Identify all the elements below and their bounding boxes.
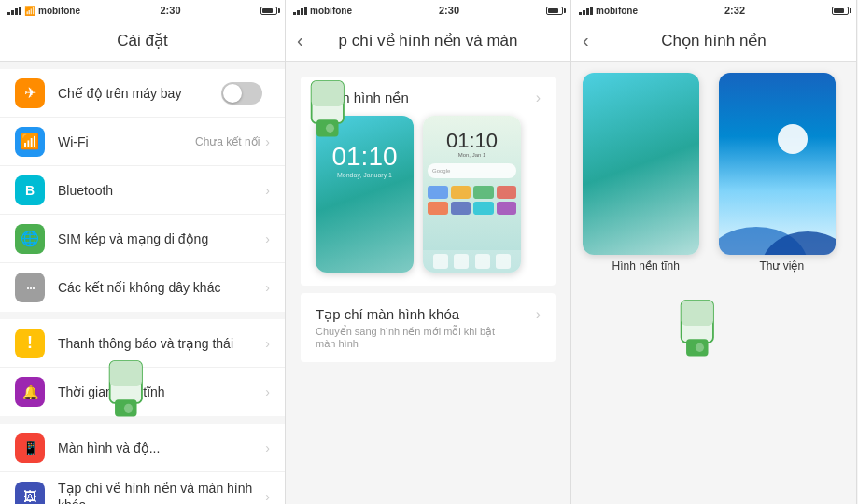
notify-label: Thanh thông báo và trạng thái (58, 336, 233, 351)
nav-header-2: ‹ p chí về hình nền và màn (286, 21, 570, 62)
lockscreen-magazine-title: Tạp chí màn hình khóa (316, 306, 512, 323)
sim-arrow: › (265, 231, 270, 246)
settings-section-display: 📱 Màn hình và độ... › 🖼 Tạp chí về hình … (0, 424, 285, 504)
wallpaper-grid: Hình nền tĩnh Thư viện (571, 62, 856, 284)
sim-label: SIM kép và mạng di động (58, 231, 208, 246)
quiet-arrow: › (265, 385, 270, 399)
panel-wallpaper-magazine: mobifone 2:30 ‹ p chí về hình nền và màn… (286, 0, 571, 504)
bluetooth-icon: B (15, 175, 45, 205)
carrier-name-2: mobifone (310, 6, 352, 16)
sim-icon: 🌐 (15, 224, 45, 254)
wallpaper-arrow: › (265, 489, 270, 504)
carrier-name-3: mobifone (596, 6, 638, 16)
page-title-2: p chí về hình nền và màn (339, 31, 518, 50)
settings-item-wifi[interactable]: 📶 Wi-Fi Chưa kết nối › (0, 118, 285, 166)
svg-rect-12 (686, 339, 708, 356)
status-right-1 (260, 7, 277, 15)
time-1: 2:30 (160, 5, 180, 16)
bluetooth-label: Bluetooth (58, 183, 113, 198)
status-right-2 (546, 7, 563, 15)
lockscreen-magazine-arrow: › (536, 306, 541, 323)
display-arrow: › (265, 441, 270, 455)
status-left-2: mobifone (293, 6, 352, 16)
page-title-1: Cài đặt (117, 31, 167, 50)
signal-icon-3 (579, 7, 593, 15)
other-conn-label: Các kết nối không dây khác (58, 280, 220, 295)
signal-icon-2 (293, 7, 307, 15)
settings-list: ✈ Chế độ trên máy bay 📶 Wi-Fi Chưa kết n… (0, 62, 285, 504)
panel2-content: Chọn hình nền › 01:10 Monday, January 1 … (286, 62, 570, 504)
choose-wallpaper-title: Chọn hình nền (316, 90, 409, 106)
wallpaper-item-library[interactable]: Thư viện (719, 73, 846, 273)
settings-item-wallpaper[interactable]: 🖼 Tạp chí về hình nền và màn hình khóa › (0, 472, 285, 504)
quiet-label: Thời gian Yên tĩnh (58, 385, 165, 399)
lockscreen-magazine-sub: Chuyển sang hình nền mới mỗi khi bật màn… (316, 326, 512, 349)
svg-point-13 (696, 343, 704, 352)
panel-settings: 📶 mobifone 2:30 Cài đặt ✈ Chế độ trên má… (0, 0, 286, 504)
status-bar-3: mobifone 2:32 (571, 0, 856, 21)
wifi-value: Chưa kết nối (195, 135, 260, 148)
settings-item-bluetooth[interactable]: B Bluetooth › (0, 166, 285, 215)
nav-header-1: Cài đặt (0, 21, 285, 62)
notify-icon: ! (15, 329, 45, 358)
wifi-label: Wi-Fi (58, 134, 89, 149)
back-button-2[interactable]: ‹ (297, 30, 303, 51)
settings-item-sim[interactable]: 🌐 SIM kép và mạng di động › (0, 215, 285, 263)
status-right-3 (832, 7, 849, 15)
carrier-name-1: mobifone (38, 6, 80, 16)
wifi-arrow: › (265, 134, 270, 149)
quiet-icon: 🔔 (15, 377, 45, 407)
signal-icon (7, 7, 21, 15)
settings-item-other-connections[interactable]: ··· Các kết nối không dây khác › (0, 263, 285, 312)
status-left-1: 📶 mobifone (7, 6, 80, 16)
wallpaper-label: Tạp chí về hình nền và màn hình khóa (58, 481, 252, 505)
lockscreen-magazine-row: Tạp chí màn hình khóa Chuyển sang hình n… (301, 293, 556, 362)
settings-section-notifications: ! Thanh thông báo và trạng thái › 🔔 Thời… (0, 319, 285, 416)
time-2: 2:30 (439, 5, 459, 16)
other-conn-icon: ··· (15, 273, 45, 302)
page-title-3: Chọn hình nền (661, 31, 767, 50)
wallpaper-preview-row: 01:10 Monday, January 1 01:10 Mon, Jan 1… (301, 116, 556, 286)
settings-item-airplane[interactable]: ✈ Chế độ trên máy bay (0, 69, 285, 118)
status-left-3: mobifone (579, 6, 638, 16)
wallpaper-thumb-static (583, 73, 699, 255)
wallpaper-item-static[interactable]: Hình nền tĩnh (583, 73, 710, 273)
time-3: 2:32 (724, 5, 745, 16)
wallpaper-thumb-library (719, 73, 836, 255)
carrier-label-1: 📶 (24, 6, 35, 16)
airplane-label: Chế độ trên máy bay (58, 86, 181, 101)
wallpaper-label-library: Thư viện (719, 259, 846, 273)
settings-item-display[interactable]: 📱 Màn hình và độ... › (0, 424, 285, 472)
airplane-toggle[interactable] (221, 82, 262, 105)
status-bar-2: mobifone 2:30 (286, 0, 570, 21)
homescreen-preview: 01:10 Mon, Jan 1 Google (423, 116, 521, 273)
wallpaper-icon: 🖼 (15, 482, 45, 505)
choose-wallpaper-arrow: › (536, 90, 541, 106)
display-icon: 📱 (15, 433, 45, 463)
nav-header-3: ‹ Chọn hình nền (571, 21, 856, 62)
wifi-icon: 📶 (15, 127, 45, 157)
notify-arrow: › (265, 336, 270, 351)
svg-rect-10 (682, 301, 713, 343)
lockscreen-preview: 01:10 Monday, January 1 (316, 116, 414, 273)
wallpaper-label-static: Hình nền tĩnh (583, 259, 710, 273)
airplane-icon: ✈ (15, 78, 45, 108)
lock-time: 01:10 Monday, January 1 (316, 144, 414, 178)
lockscreen-magazine-section[interactable]: Tạp chí màn hình khóa Chuyển sang hình n… (301, 293, 556, 362)
display-label: Màn hình và độ... (58, 441, 160, 455)
battery-icon-1 (260, 7, 277, 15)
status-bar-1: 📶 mobifone 2:30 (0, 0, 285, 21)
tap-cursor-3 (674, 299, 725, 359)
panel-choose-wallpaper: mobifone 2:32 ‹ Chọn hình nền Hình nền t… (571, 0, 857, 504)
back-button-3[interactable]: ‹ (583, 30, 589, 51)
svg-rect-11 (682, 301, 713, 326)
settings-section-connections: ✈ Chế độ trên máy bay 📶 Wi-Fi Chưa kết n… (0, 69, 285, 312)
hills-svg (719, 199, 836, 255)
battery-icon-2 (546, 7, 563, 15)
choose-wallpaper-section: Chọn hình nền › 01:10 Monday, January 1 … (301, 77, 556, 286)
settings-item-notify[interactable]: ! Thanh thông báo và trạng thái › (0, 319, 285, 368)
battery-icon-3 (832, 7, 849, 15)
choose-wallpaper-header[interactable]: Chọn hình nền › (301, 77, 556, 116)
settings-item-quiet[interactable]: 🔔 Thời gian Yên tĩnh › (0, 368, 285, 416)
bluetooth-arrow: › (265, 183, 270, 198)
